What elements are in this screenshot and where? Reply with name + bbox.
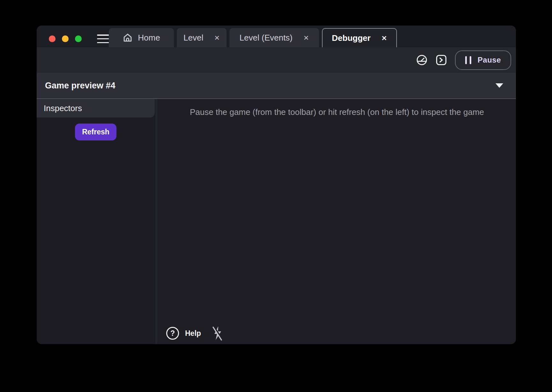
- zoom-window-control[interactable]: [75, 35, 82, 42]
- tab-home[interactable]: Home: [109, 28, 174, 47]
- profiler-speedometer-icon[interactable]: [416, 54, 428, 66]
- refresh-button-label: Refresh: [82, 128, 109, 136]
- pause-bars-icon: [465, 56, 471, 64]
- close-window-control[interactable]: [49, 35, 56, 42]
- minimize-window-control[interactable]: [62, 35, 69, 42]
- hamburger-menu-icon[interactable]: [97, 34, 109, 43]
- dropdown-triangle-icon[interactable]: [496, 83, 503, 88]
- help-label: Help: [185, 329, 201, 338]
- flash-off-icon[interactable]: [212, 326, 224, 341]
- tab-close-icon[interactable]: ✕: [381, 35, 387, 41]
- tab-level-events[interactable]: Level (Events)✕: [229, 28, 319, 47]
- tab-label: Level (Events): [240, 33, 293, 43]
- inspectors-header[interactable]: Inspectors: [37, 99, 155, 117]
- tab-close-icon[interactable]: ✕: [303, 34, 309, 41]
- pause-hint-text: Pause the game (from the toolbar) or hit…: [158, 99, 516, 117]
- tab-level[interactable]: Level✕: [177, 28, 227, 47]
- help-question-icon: ?: [166, 327, 179, 340]
- title-bar: HomeLevel✕Level (Events)✕Debugger✕: [37, 26, 516, 47]
- game-preview-header[interactable]: Game preview #4: [37, 73, 516, 98]
- tab-bar: HomeLevel✕Level (Events)✕Debugger✕: [109, 28, 397, 47]
- pause-button[interactable]: Pause: [455, 50, 511, 70]
- home-icon: [123, 33, 133, 43]
- tab-close-icon[interactable]: ✕: [214, 34, 220, 41]
- inspectors-sidebar: Inspectors Refresh: [37, 99, 155, 344]
- debugger-toolbar: Pause: [37, 47, 516, 73]
- inspectors-header-label: Inspectors: [44, 103, 82, 113]
- content-area: Inspectors Refresh Pause the game (from …: [37, 99, 516, 344]
- window-controls: [49, 35, 82, 42]
- pause-button-label: Pause: [478, 56, 501, 64]
- debugger-main-panel: Pause the game (from the toolbar) or hit…: [158, 99, 516, 344]
- tab-debugger[interactable]: Debugger✕: [322, 28, 397, 47]
- tab-label: Home: [138, 33, 160, 43]
- tab-label: Level: [183, 33, 203, 43]
- bottom-bar: ? Help: [166, 326, 224, 341]
- refresh-button[interactable]: Refresh: [75, 124, 116, 140]
- console-icon[interactable]: [436, 55, 447, 65]
- debugger-window: HomeLevel✕Level (Events)✕Debugger✕ Pause…: [37, 26, 516, 344]
- help-button[interactable]: ? Help: [166, 327, 201, 340]
- panel-divider[interactable]: [155, 99, 158, 344]
- game-preview-title: Game preview #4: [45, 81, 116, 91]
- tab-label: Debugger: [332, 33, 370, 43]
